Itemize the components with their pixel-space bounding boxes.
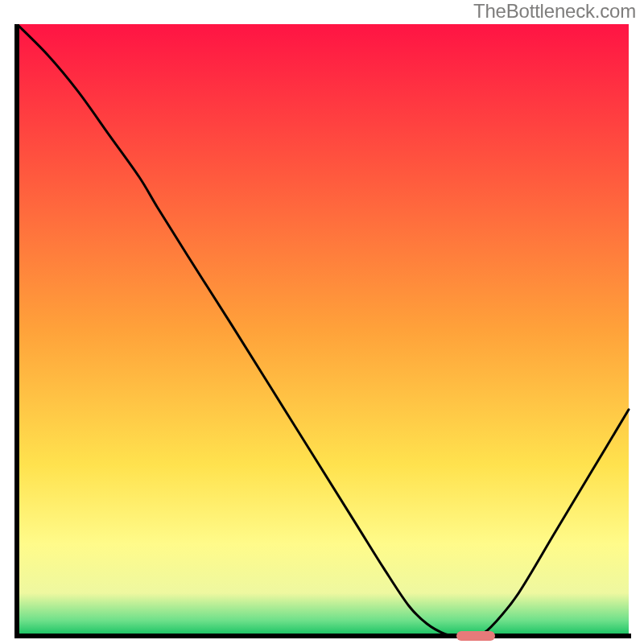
heatmap-background: [17, 24, 629, 636]
chart-container: TheBottleneck.com: [0, 0, 644, 644]
optimum-marker: [456, 631, 495, 641]
bottleneck-plot: [14, 24, 631, 641]
attribution-text: TheBottleneck.com: [473, 0, 636, 23]
